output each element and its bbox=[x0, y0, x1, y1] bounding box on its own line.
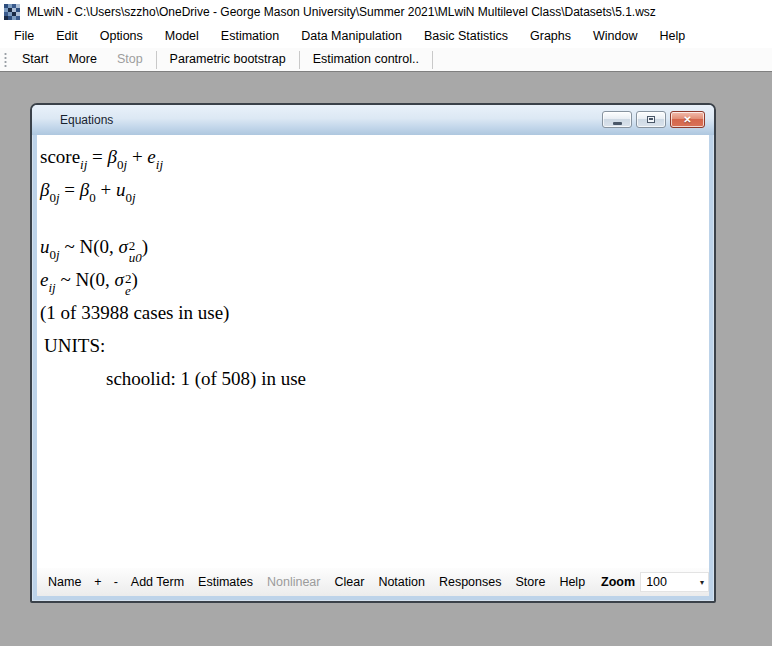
parametric-bootstrap-button[interactable]: Parametric bootstrap bbox=[160, 49, 296, 70]
toolbar-grip[interactable] bbox=[4, 52, 7, 68]
zoom-select[interactable]: 100 ▾ bbox=[640, 572, 709, 592]
units-label: UNITS: bbox=[40, 329, 709, 362]
equation-line: scoreij = β0j + eij bbox=[40, 140, 709, 173]
equation-lines: scoreij = β0j + eijβ0j = β0 + u0ju0j ~ N… bbox=[40, 140, 709, 296]
add-term-button[interactable]: Add Term bbox=[124, 575, 191, 589]
units-detail: schoolid: 1 (of 508) in use bbox=[40, 362, 709, 395]
zoom-label: Zoom bbox=[592, 575, 640, 589]
app-icon bbox=[4, 4, 20, 20]
equations-window: Equations ✕ scoreij = β0j + eijβ0j = β0 … bbox=[30, 103, 716, 603]
equation-line: u0j ~ N(0, σ2u0) bbox=[40, 230, 709, 263]
close-button[interactable]: ✕ bbox=[670, 111, 705, 128]
menu-help[interactable]: Help bbox=[649, 25, 697, 47]
cases-in-use-text: (1 of 33988 cases in use) bbox=[40, 296, 709, 329]
more-button[interactable]: More bbox=[58, 49, 106, 70]
plus-button[interactable]: + bbox=[88, 575, 107, 589]
menubar: File Edit Options Model Estimation Data … bbox=[0, 24, 772, 48]
menu-estimation[interactable]: Estimation bbox=[210, 25, 290, 47]
restore-button[interactable] bbox=[636, 111, 666, 128]
notation-button[interactable]: Notation bbox=[371, 575, 432, 589]
menu-model[interactable]: Model bbox=[154, 25, 210, 47]
toolbar-separator bbox=[299, 51, 300, 69]
toolbar-separator bbox=[156, 51, 157, 69]
equation-line: β0j = β0 + u0j bbox=[40, 173, 709, 206]
minimize-button[interactable] bbox=[602, 111, 632, 128]
equations-window-title: Equations bbox=[60, 113, 113, 127]
equations-titlebar[interactable]: Equations ✕ bbox=[32, 105, 714, 135]
menu-window[interactable]: Window bbox=[582, 25, 648, 47]
menu-data-manipulation[interactable]: Data Manipulation bbox=[290, 25, 413, 47]
sigma-sup-sub: 2u0 bbox=[129, 240, 142, 264]
app-title: MLwiN - C:\Users\szzho\OneDrive - George… bbox=[27, 5, 656, 19]
estimation-control-button[interactable]: Estimation control.. bbox=[303, 49, 429, 70]
close-icon: ✕ bbox=[683, 112, 691, 127]
equation-line: eij ~ N(0, σ2e) bbox=[40, 263, 709, 296]
minus-button[interactable]: - bbox=[108, 575, 124, 589]
equations-content: scoreij = β0j + eijβ0j = β0 + u0ju0j ~ N… bbox=[37, 135, 709, 568]
zoom-value: 100 bbox=[646, 575, 667, 589]
minimize-icon bbox=[613, 122, 622, 125]
toolbar-separator bbox=[432, 51, 433, 69]
chevron-down-icon: ▾ bbox=[700, 578, 704, 587]
menu-graphs[interactable]: Graphs bbox=[519, 25, 582, 47]
start-button[interactable]: Start bbox=[12, 49, 58, 70]
menu-file[interactable]: File bbox=[3, 25, 45, 47]
equations-bottom-toolbar: Name + - Add Term Estimates Nonlinear Cl… bbox=[37, 568, 709, 596]
mdi-area: Equations ✕ scoreij = β0j + eijβ0j = β0 … bbox=[0, 72, 772, 646]
mlwin-app: MLwiN - C:\Users\szzho\OneDrive - George… bbox=[0, 0, 772, 646]
clear-button[interactable]: Clear bbox=[328, 575, 372, 589]
estimates-button[interactable]: Estimates bbox=[191, 575, 260, 589]
responses-button[interactable]: Responses bbox=[432, 575, 509, 589]
app-titlebar: MLwiN - C:\Users\szzho\OneDrive - George… bbox=[0, 0, 772, 24]
help-button[interactable]: Help bbox=[552, 575, 592, 589]
menu-edit[interactable]: Edit bbox=[45, 25, 89, 47]
store-button[interactable]: Store bbox=[508, 575, 552, 589]
name-button[interactable]: Name bbox=[41, 575, 88, 589]
toolbar: Start More Stop Parametric bootstrap Est… bbox=[0, 48, 772, 72]
menu-options[interactable]: Options bbox=[89, 25, 154, 47]
stop-button: Stop bbox=[107, 49, 153, 70]
menu-basic-statistics[interactable]: Basic Statistics bbox=[413, 25, 519, 47]
window-controls: ✕ bbox=[602, 111, 705, 128]
nonlinear-button: Nonlinear bbox=[260, 575, 328, 589]
restore-icon bbox=[647, 116, 655, 123]
